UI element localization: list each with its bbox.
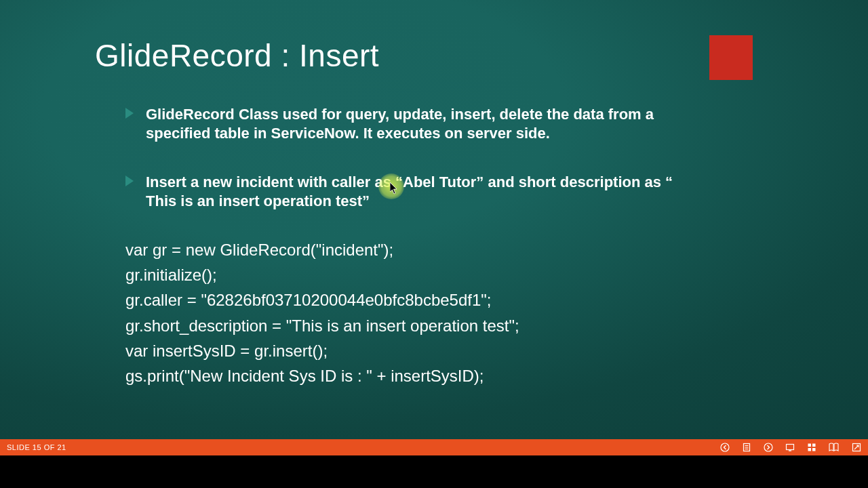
- accent-square: [709, 35, 753, 80]
- grid-view-icon[interactable]: [807, 443, 816, 452]
- slide: GlideRecord : Insert GlideRecord Class u…: [0, 0, 868, 439]
- bullet-triangle-icon: [125, 176, 134, 186]
- bottom-strip: [0, 455, 868, 488]
- prev-slide-icon[interactable]: [720, 443, 730, 452]
- bullet-item: Insert a new incident with caller as “Ab…: [125, 173, 688, 210]
- code-block: var gr = new GlideRecord("incident"); gr…: [125, 237, 519, 388]
- bullet-text: GlideRecord Class used for query, update…: [146, 106, 654, 142]
- bullet-item: GlideRecord Class used for query, update…: [125, 105, 688, 142]
- slide-counter: SLIDE 15 OF 21: [7, 443, 66, 451]
- next-slide-icon[interactable]: [764, 443, 773, 452]
- svg-rect-11: [812, 448, 816, 451]
- reading-view-icon[interactable]: [829, 443, 840, 452]
- zoom-icon[interactable]: [852, 443, 861, 452]
- bullet-text: Insert a new incident with caller as “Ab…: [146, 174, 673, 209]
- svg-rect-6: [787, 445, 794, 450]
- code-line: gr.short_description = "This is an inser…: [125, 313, 519, 338]
- code-line: var insertSysID = gr.insert();: [125, 338, 519, 363]
- code-line: gr.caller = "62826bf03710200044e0bfc8bcb…: [125, 287, 519, 312]
- bullet-triangle-icon: [125, 108, 134, 119]
- code-line: var gr = new GlideRecord("incident");: [125, 237, 519, 262]
- svg-point-5: [764, 443, 772, 451]
- code-line: gs.print("New Incident Sys ID is : " + i…: [125, 363, 519, 388]
- svg-rect-10: [808, 448, 812, 451]
- slideshow-icon[interactable]: [785, 443, 795, 452]
- bullet-list: GlideRecord Class used for query, update…: [125, 105, 688, 241]
- notes-icon[interactable]: [742, 443, 751, 452]
- svg-point-0: [721, 443, 729, 451]
- status-bar: SLIDE 15 OF 21: [0, 439, 868, 455]
- svg-rect-9: [812, 444, 816, 447]
- slide-title: GlideRecord : Insert: [95, 37, 379, 74]
- svg-rect-8: [808, 444, 812, 447]
- status-controls: [720, 443, 861, 452]
- code-line: gr.initialize();: [125, 262, 519, 287]
